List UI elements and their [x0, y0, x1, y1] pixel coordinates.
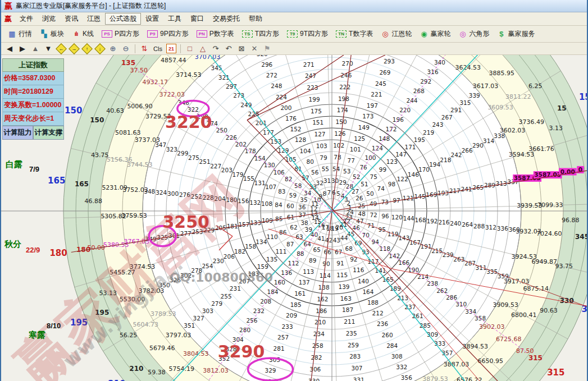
- menu-item-工具[interactable]: 工具: [163, 13, 186, 25]
- wheel-number: 24: [347, 209, 354, 215]
- toolbar-t-number-table-button[interactable]: TNT数字表: [332, 28, 376, 40]
- toolbar-winner-wheel-label: 赢家轮: [430, 29, 450, 39]
- rect-tool-button[interactable]: □: [184, 43, 196, 54]
- wheel-number: 5: [336, 190, 340, 197]
- arc-cw-tool-button[interactable]: ↷: [209, 43, 222, 54]
- toolbar-9t-square-button[interactable]: T99T四方形: [284, 28, 331, 40]
- toolbar-winner-wheel-button[interactable]: ◉赢家轮: [416, 28, 454, 40]
- box-x-tool-button[interactable]: ⊠: [235, 43, 248, 54]
- toolbar-winner-service-button[interactable]: $赢家服务: [494, 28, 538, 40]
- wheel-number: 329: [265, 367, 276, 374]
- wheel-number: 78: [334, 154, 341, 160]
- wheel-number: 159: [257, 263, 268, 270]
- wheel-number: 234: [313, 330, 325, 337]
- cls-button[interactable]: Cls: [151, 43, 165, 54]
- wheel-number: 65: [313, 246, 321, 253]
- wheel-number: 82: [285, 176, 292, 182]
- menu-item-浏览[interactable]: 浏览: [38, 13, 60, 25]
- toolbar-gann-wheel-button[interactable]: ◎江恩轮: [377, 28, 415, 40]
- wheel-number: 174: [337, 107, 348, 113]
- annotation-text: 3250: [163, 212, 210, 232]
- toolbar-sectors-button[interactable]: ▚板块: [37, 28, 67, 40]
- wheel-number: 29: [339, 179, 346, 186]
- pan-right-button[interactable]: →: [68, 43, 80, 54]
- wheel-number: 230: [213, 258, 224, 264]
- pan-left-button[interactable]: ←: [55, 43, 67, 54]
- menu-item-帮助[interactable]: 帮助: [244, 13, 267, 25]
- toolbar-hexagon-button[interactable]: ◎六角形: [455, 28, 493, 40]
- price-label-outer: 5604.73: [133, 321, 159, 328]
- menu-item-资讯[interactable]: 资讯: [60, 13, 83, 25]
- wheel-number: 332: [396, 364, 407, 370]
- toolbar-quotes-button[interactable]: ▦行情: [4, 28, 35, 40]
- toolbar-9p-square-button[interactable]: P99P四方形: [144, 28, 192, 40]
- toolbar-p-number-table-button[interactable]: PNP数字表: [193, 28, 238, 40]
- wheel-number: 129: [277, 147, 289, 154]
- wheel-number: 292: [420, 78, 431, 85]
- wheel-number: 105: [285, 156, 297, 163]
- wheel-number: 206: [224, 253, 235, 260]
- solar-term-label: 白露: [6, 159, 22, 170]
- wheel-number: 267: [441, 114, 453, 121]
- menu-item-交易委托[interactable]: 交易委托: [208, 13, 244, 25]
- wheel-number: 192: [426, 218, 437, 224]
- rotate-down-button[interactable]: ▼: [42, 43, 54, 54]
- sort-updown-button[interactable]: ⇅: [138, 43, 151, 54]
- calc-resistance-button[interactable]: 计算阻力: [2, 126, 33, 140]
- title-bar: 赢 赢家江恩专业版[赢家服务平台] - [上证指数 江恩轮]: [1, 0, 587, 12]
- arc-ccw-tool-button[interactable]: ↶: [222, 43, 235, 54]
- percent-label: 56.25: [120, 332, 138, 339]
- menu-item-江恩[interactable]: 江恩: [83, 13, 105, 25]
- back-button[interactable]: ◀: [3, 43, 16, 54]
- pan-up-button[interactable]: ↑: [81, 43, 93, 54]
- price-label-outer: 3811.22: [505, 93, 531, 100]
- price-label-outer: 4932.17: [143, 79, 168, 86]
- toolbar-kline-button[interactable]: ılıK线: [69, 28, 97, 40]
- wheel-number: 161: [294, 290, 306, 297]
- wheel-number: 295: [301, 55, 312, 56]
- percent-label: 43.75: [91, 152, 109, 159]
- wheel-number: 284: [386, 342, 398, 349]
- zoom-out-button[interactable]: ⊖: [120, 43, 132, 54]
- wheel-number: 138: [318, 284, 330, 291]
- wheel-number: 324: [156, 189, 167, 196]
- rotate-up-button[interactable]: ▲: [29, 43, 42, 54]
- percent-label: 40.63: [106, 107, 124, 114]
- toolbar-t-square-button[interactable]: TST四方形: [239, 28, 282, 40]
- gann-wheel-canvas[interactable]: 1234567891011121314151617181920212223242…: [1, 55, 588, 381]
- triangle-tool-button[interactable]: △: [197, 43, 209, 54]
- forward-button[interactable]: ▶: [16, 43, 29, 54]
- wheel-number: 263: [453, 256, 464, 263]
- wheel-number: 90: [322, 260, 330, 267]
- flag-tool-button[interactable]: ⚑: [261, 43, 274, 54]
- wheel-number: 280: [239, 327, 250, 333]
- wheel-number: 269: [379, 69, 390, 76]
- menu-item-设置[interactable]: 设置: [141, 13, 163, 25]
- menu-item-公式选股[interactable]: 公式选股: [105, 13, 141, 25]
- cross-tool-button[interactable]: ✕: [248, 43, 261, 54]
- menu-item-文件[interactable]: 文件: [15, 13, 38, 25]
- zoom-in-button[interactable]: ⊕: [107, 43, 119, 54]
- wheel-number: 34: [304, 190, 312, 196]
- price-label-outer: 5679.46: [149, 345, 175, 352]
- wheel-number: 257: [277, 334, 289, 341]
- wheel-number: 8: [322, 190, 326, 197]
- wheel-number: 358: [475, 315, 486, 322]
- wheel-number: 28: [346, 183, 353, 190]
- indicator-panel: 上证指数 价格=3587.0300时间=20180129变换系数=1.00000…: [2, 58, 64, 140]
- calc-support-button[interactable]: 计算支撑: [33, 126, 64, 140]
- price-label-inner: 3707.03: [195, 55, 221, 61]
- gann-wheel-icon: ◎: [381, 30, 389, 38]
- pan-down-button[interactable]: ↓: [94, 43, 106, 54]
- t-number-table-icon: TN: [336, 30, 347, 38]
- price-label-inner: 3602.03: [500, 127, 526, 134]
- wheel-number: 158: [245, 243, 256, 250]
- menu-item-窗口[interactable]: 窗口: [186, 13, 208, 25]
- wheel-number: 281: [274, 345, 285, 352]
- toolbar-p-square-button[interactable]: PSP四方形: [98, 28, 143, 40]
- price-label-outer: 5231.09: [102, 184, 127, 191]
- solar-term-date: 22/9: [26, 246, 40, 254]
- calendar-button[interactable]: 21: [165, 43, 177, 54]
- wheel-number: 312: [485, 224, 496, 231]
- price-label-outer: 6576.22: [457, 377, 482, 381]
